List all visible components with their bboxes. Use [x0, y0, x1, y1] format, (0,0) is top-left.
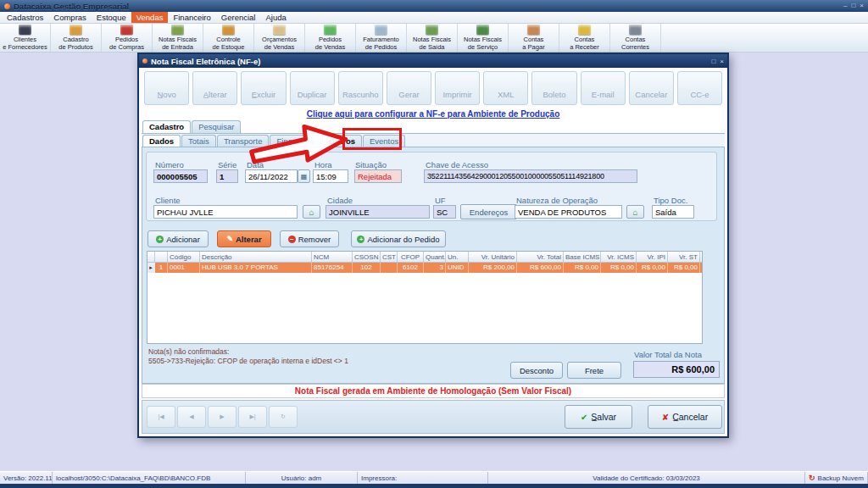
menu-cadastros[interactable]: Cadastros	[2, 12, 48, 23]
sales-orders-button[interactable]: Pedidos de Vendas	[305, 24, 356, 52]
status-version: Versão: 2022.11.17	[0, 472, 53, 484]
product-registry-button[interactable]: Cadastro de Produtos	[51, 24, 102, 52]
add-from-order-button[interactable]: +Adicionar do Pedido	[351, 230, 446, 247]
grid-header: Código Descrição NCM CSOSN CST CFOP Quan…	[147, 252, 702, 263]
dialog-maximize-icon[interactable]: □	[711, 58, 715, 65]
incoming-invoices-button[interactable]: Notas Fiscais de Entrada	[153, 24, 203, 52]
natureza-registry-icon[interactable]: ⌂	[626, 205, 644, 219]
nav-last-icon[interactable]: ▶|	[238, 406, 267, 428]
new-button[interactable]: N̲ovo	[144, 71, 189, 105]
status-user: Usuário: adm	[246, 472, 358, 484]
status-backup[interactable]: ↻ Backup Nuvem	[805, 472, 868, 484]
col-csosn[interactable]: CSOSN	[353, 252, 381, 262]
purchase-orders-button[interactable]: Pedidos de Compras	[102, 24, 153, 52]
natureza-combobox[interactable]: VENDA DE PRODUTOS ▾	[515, 205, 622, 219]
nav-next-icon[interactable]: ▶	[208, 406, 236, 428]
remove-item-label: Remover	[298, 235, 331, 244]
save-button[interactable]: ✔S̲alvar	[565, 405, 632, 429]
calendar-icon[interactable]: ▦	[298, 169, 310, 183]
nfe-dialog: Nota Fiscal Eletrônica (NF-e) □ × N̲ovo …	[137, 53, 729, 438]
billing-button[interactable]: Faturamento de Pedidos	[356, 24, 407, 52]
hora-field[interactable]: 15:09	[313, 169, 348, 183]
cce-button[interactable]: CC-e	[677, 71, 722, 105]
products-icon	[70, 25, 82, 35]
col-vr-unitario[interactable]: Vr. Unitário	[469, 252, 517, 262]
outgoing-invoices-button[interactable]: Notas Fiscais de Saída	[407, 24, 458, 52]
col-ncm[interactable]: NCM	[312, 252, 353, 262]
tab-totais[interactable]: Totais	[181, 135, 216, 147]
stock-control-button[interactable]: Controle de Estoque	[203, 24, 254, 52]
tab-dados[interactable]: Dados	[142, 135, 181, 147]
nav-prev-icon[interactable]: ◀	[177, 406, 206, 428]
table-row[interactable]: ▸ 1 0001 HUB USB 3.0 7 PORTAS 85176254 1…	[147, 263, 702, 273]
xml-button[interactable]: XML	[483, 71, 528, 105]
email-button[interactable]: E-mail	[581, 71, 626, 105]
accounts-receivable-button[interactable]: Contas a Receber	[559, 24, 610, 52]
tab-pesquisar[interactable]: Pesquisar	[192, 120, 241, 133]
col-vr-ipi[interactable]: Vr. IPI	[637, 252, 668, 262]
cell-vr-unitario: R$ 200,00	[469, 263, 517, 273]
edit-item-button[interactable]: ✎Alterar	[217, 230, 271, 247]
cliente-registry-icon[interactable]: ⌂	[303, 205, 320, 219]
col-vr-total[interactable]: Vr. Total	[517, 252, 564, 262]
cell-quant: 3	[424, 263, 446, 273]
billing-icon	[375, 25, 387, 35]
accounts-receivable-icon	[578, 25, 591, 35]
desconto-button[interactable]: Desconto	[510, 362, 563, 379]
generate-button[interactable]: Gerar	[387, 71, 431, 105]
frete-button[interactable]: Frete	[567, 362, 621, 379]
cliente-combobox[interactable]: PICHAU JVLLE ▾	[153, 205, 298, 219]
toolbar-label: Contas	[524, 36, 544, 43]
tab-cadastro[interactable]: Cadastro	[142, 120, 191, 133]
menu-ajuda[interactable]: Ajuda	[260, 12, 291, 23]
toolbar-label: Cadastro	[63, 36, 88, 43]
boleto-button[interactable]: Boleto	[531, 71, 576, 105]
close-icon[interactable]: ×	[860, 3, 864, 9]
col-quant[interactable]: Quant.	[424, 252, 446, 262]
remove-item-button[interactable]: −Remover	[280, 230, 339, 247]
nav-refresh-icon[interactable]: ↻	[269, 406, 298, 428]
col-un[interactable]: Un.	[446, 252, 469, 262]
col-indicator	[147, 252, 155, 262]
col-base-icms[interactable]: Base ICMS	[564, 252, 601, 262]
print-button[interactable]: Imprimir	[435, 71, 480, 105]
draft-button[interactable]: Rascunho	[338, 71, 383, 105]
tipodoc-combobox[interactable]: Saída ▾	[652, 205, 694, 219]
cell-descricao: HUB USB 3.0 7 PORTAS	[200, 263, 312, 273]
col-vr-icms[interactable]: Vr. ICMS	[601, 252, 637, 262]
cancel-button[interactable]: ✘C̲ancelar	[648, 405, 722, 429]
menu-compras[interactable]: Compras	[48, 12, 92, 23]
menu-estoque[interactable]: Estoque	[92, 12, 131, 23]
col-cfop[interactable]: CFOP	[398, 252, 424, 262]
enderecos-button[interactable]: Endereços	[460, 204, 517, 219]
maximize-icon[interactable]: □	[851, 3, 855, 9]
tipodoc-value: Saída	[655, 208, 676, 217]
stock-control-icon	[222, 25, 235, 35]
header-fields-group: Número 000005505 Série 1 Data 26/11/2022…	[146, 152, 717, 221]
dialog-close-icon[interactable]: ×	[720, 58, 724, 65]
col-vr-st[interactable]: Vr. ST	[668, 252, 700, 262]
toolbar-label: Controle	[216, 36, 240, 43]
delete-button[interactable]: E̲xcluir	[241, 71, 286, 105]
clients-suppliers-button[interactable]: Clientes e Fornecedores	[0, 24, 51, 52]
edit-button[interactable]: A̲lterar	[192, 71, 237, 105]
menu-gerencial[interactable]: Gerencial	[216, 12, 261, 23]
toolbar-label2: de Vendas	[264, 43, 294, 51]
service-invoices-button[interactable]: Notas Fiscais de Serviço	[458, 24, 509, 52]
toolbar-label: Clientes	[14, 36, 36, 43]
col-codigo[interactable]: Código	[168, 252, 200, 262]
minimize-icon[interactable]: –	[843, 3, 847, 9]
situacao-field: Rejeitada	[354, 169, 402, 183]
cancel-nfe-button[interactable]: Cancelar	[629, 71, 674, 105]
checking-accounts-icon	[629, 25, 642, 35]
menu-vendas[interactable]: Vendas	[131, 12, 169, 23]
col-descricao[interactable]: Descrição	[200, 252, 312, 262]
quotes-button[interactable]: Orçamentos de Vendas	[254, 24, 305, 52]
nav-first-icon[interactable]: |◀	[147, 406, 175, 428]
add-item-button[interactable]: +Adicionar	[147, 230, 209, 247]
accounts-payable-button[interactable]: Contas a Pagar	[509, 24, 559, 52]
menu-financeiro[interactable]: Financeiro	[168, 12, 215, 23]
duplicate-button[interactable]: Duplicar	[290, 71, 335, 105]
col-cst[interactable]: CST	[381, 252, 398, 262]
checking-accounts-button[interactable]: Contas Correntes	[610, 24, 661, 52]
